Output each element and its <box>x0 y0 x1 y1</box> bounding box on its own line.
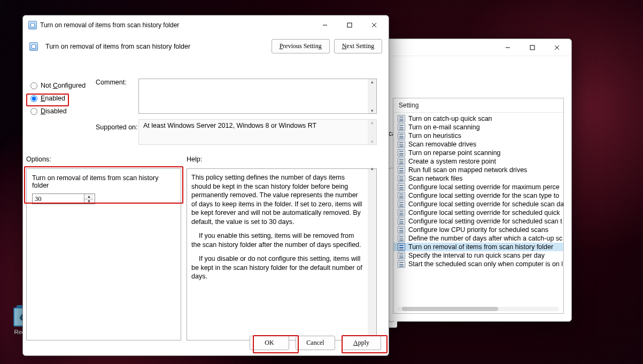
close-button[interactable] <box>362 17 386 34</box>
supported-on-label: Supported on: <box>96 123 138 131</box>
maximize-button[interactable] <box>520 39 545 56</box>
list-item-label: Start the scheduled scan only when compu… <box>408 260 563 268</box>
list-item-label: Turn on heuristics <box>408 132 461 140</box>
scrollbar-thumb[interactable] <box>402 307 498 311</box>
svg-rect-5 <box>347 23 352 27</box>
list-item[interactable]: Start the scheduled scan only when compu… <box>393 260 563 268</box>
settings-list-pane: Setting Turn on catch-up quick scanTurn … <box>393 98 564 314</box>
state-radio-group: Not Configured Enabled Disabled <box>30 82 95 115</box>
policy-list-window: ︿ ﹀ can Setting Turn on catch-up quick s… <box>385 38 572 322</box>
enabled-label[interactable]: Enabled <box>41 95 65 102</box>
spinner-up-icon[interactable]: ▲ <box>84 194 94 199</box>
list-item-label: Turn on catch-up quick scan <box>408 115 492 122</box>
options-section-label: Options: <box>26 156 51 163</box>
list-item[interactable]: Configure local setting override for the… <box>393 191 563 200</box>
policy-item-icon <box>398 200 405 208</box>
list-item-label: Configure local setting override for sch… <box>408 218 562 225</box>
scrollbar[interactable] <box>368 79 376 113</box>
list-item[interactable]: Configure low CPU priority for scheduled… <box>393 226 563 234</box>
scrollbar[interactable] <box>368 169 376 340</box>
list-item[interactable]: Scan network files <box>393 174 563 183</box>
previous-setting-button[interactable]: Previous Setting <box>272 39 330 53</box>
days-input[interactable] <box>33 194 84 204</box>
disabled-radio[interactable] <box>30 108 37 115</box>
svg-rect-1 <box>530 45 534 50</box>
list-item-label: Turn on removal of items from scan histo… <box>408 243 553 251</box>
list-item[interactable]: Run full scan on mapped network drives <box>393 166 563 174</box>
list-item[interactable]: Specify the interval to run quick scans … <box>393 251 563 260</box>
help-paragraph-1: This policy setting defines the number o… <box>191 173 363 226</box>
cancel-button[interactable]: Cancel <box>296 336 335 350</box>
policy-dialog-window: Turn on removal of items from scan histo… <box>22 15 389 356</box>
minimize-button[interactable] <box>495 39 520 56</box>
policy-item-icon <box>398 141 405 148</box>
not-configured-label[interactable]: Not Configured <box>41 82 86 89</box>
list-item[interactable]: Scan removable drives <box>393 140 563 149</box>
policy-item-icon <box>398 123 405 131</box>
comment-textarea[interactable] <box>138 79 377 114</box>
list-item-label: Configure local setting override for sch… <box>408 209 560 216</box>
policy-item-icon <box>398 243 405 251</box>
list-item-label: Define the number of days after which a … <box>408 235 562 242</box>
policy-item-icon <box>398 252 405 259</box>
settings-list-header[interactable]: Setting <box>393 98 563 113</box>
list-item[interactable]: Configure local setting override for sch… <box>393 200 563 208</box>
enabled-radio[interactable] <box>30 95 37 102</box>
disabled-label[interactable]: Disabled <box>41 107 67 115</box>
policy-item-icon <box>398 226 405 234</box>
list-item[interactable]: Configure local setting override for sch… <box>393 208 563 217</box>
spinner-down-icon[interactable]: ▼ <box>84 199 94 204</box>
policy-item-icon <box>398 158 405 165</box>
list-item-label: Configure local setting override for max… <box>408 183 560 191</box>
list-item-label: Specify the interval to run quick scans … <box>408 252 545 259</box>
policy-item-icon <box>398 209 405 216</box>
list-item-label: Turn on reparse point scanning <box>408 149 501 157</box>
minimize-button[interactable] <box>313 17 337 34</box>
not-configured-radio[interactable] <box>30 82 37 89</box>
options-pane: Turn on removal of items from scan histo… <box>26 168 181 340</box>
days-spinner[interactable]: ▲ ▼ <box>32 193 95 204</box>
policy-item-icon <box>398 192 405 199</box>
policy-icon <box>28 21 37 29</box>
next-setting-button[interactable]: Next Setting <box>334 39 382 53</box>
supported-on-text: At least Windows Server 2012, Windows 8 … <box>138 119 377 145</box>
list-item[interactable]: Turn on reparse point scanning <box>393 149 563 157</box>
list-item[interactable]: Turn on heuristics <box>393 131 563 140</box>
apply-button[interactable]: Apply <box>342 336 381 350</box>
help-paragraph-2: If you enable this setting, items will b… <box>191 231 363 249</box>
settings-list[interactable]: Turn on catch-up quick scanTurn on e-mai… <box>393 113 563 313</box>
horizontal-scrollbar[interactable] <box>398 307 559 311</box>
policy-item-icon <box>398 132 405 140</box>
list-item[interactable]: Configure local setting override for sch… <box>393 217 563 226</box>
list-item-label: Configure local setting override for the… <box>408 192 559 199</box>
policy-item-icon <box>398 260 405 268</box>
ok-button[interactable]: OK <box>250 336 289 350</box>
policy-item-icon <box>398 218 405 225</box>
policy-item-icon <box>398 175 405 182</box>
window-title: Turn on removal of items from scan histo… <box>40 21 179 29</box>
list-item-label: Run full scan on mapped network drives <box>408 166 527 174</box>
list-item[interactable]: Configure local setting override for max… <box>393 183 563 191</box>
list-item[interactable]: Turn on catch-up quick scan <box>393 114 563 123</box>
list-item[interactable]: Turn on removal of items from scan histo… <box>393 243 563 251</box>
list-item[interactable]: Define the number of days after which a … <box>393 234 563 243</box>
list-item-label: Create a system restore point <box>408 158 496 165</box>
policy-subtitle: Turn on removal of items from scan histo… <box>45 43 190 50</box>
policy-item-icon <box>398 115 405 122</box>
list-item[interactable]: Create a system restore point <box>393 157 563 166</box>
scrollbar <box>368 120 376 144</box>
list-item-label: Scan network files <box>408 175 462 182</box>
policy-item-icon <box>398 149 405 157</box>
list-item-label: Configure local setting override for sch… <box>408 200 563 208</box>
close-button[interactable] <box>545 39 569 56</box>
policy-icon <box>29 42 38 51</box>
maximize-button[interactable] <box>337 17 362 34</box>
policy-item-icon <box>398 235 405 242</box>
help-section-label: Help: <box>187 156 202 163</box>
option-label: Turn on removal of items from scan histo… <box>32 174 175 189</box>
comment-label: Comment: <box>96 79 127 86</box>
list-item-label: Turn on e-mail scanning <box>408 123 480 131</box>
list-item[interactable]: Turn on e-mail scanning <box>393 123 563 131</box>
policy-item-icon <box>398 183 405 191</box>
help-pane: This policy setting defines the number o… <box>187 168 377 340</box>
